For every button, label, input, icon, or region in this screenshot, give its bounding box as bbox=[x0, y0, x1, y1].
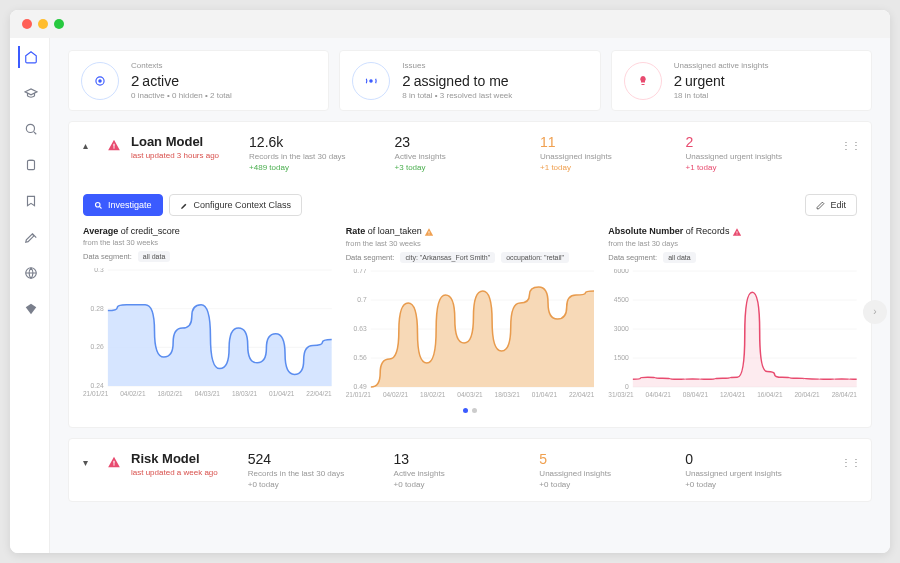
chart: Rate of loan_taken from the last 30 week… bbox=[346, 226, 595, 398]
svg-text:3000: 3000 bbox=[614, 325, 629, 332]
summary-card-issues: Issues 2 assigned to me 8 in total • 3 r… bbox=[339, 50, 600, 111]
chart: Average of credit_score from the last 30… bbox=[83, 226, 332, 398]
stat-label: Unassigned insights bbox=[539, 469, 685, 478]
nav-settings-icon[interactable] bbox=[18, 226, 40, 248]
stat-label: Records in the last 30 days bbox=[249, 152, 394, 161]
collapse-icon[interactable]: ▴ bbox=[83, 140, 97, 151]
stat-block: 11 Unassigned insights +1 today bbox=[540, 134, 685, 172]
svg-rect-1 bbox=[27, 160, 34, 169]
nav-clipboard-icon[interactable] bbox=[18, 154, 40, 176]
stat-value: 12.6k bbox=[249, 134, 394, 150]
stat-value: 524 bbox=[248, 451, 394, 467]
insights-sub: 18 in total bbox=[674, 91, 859, 100]
segment-chip: occupation: "retail" bbox=[501, 252, 569, 263]
contexts-label: Contexts bbox=[131, 61, 316, 70]
stat-delta: +3 today bbox=[395, 163, 540, 172]
chart-plot: 60004500300015000 bbox=[608, 269, 857, 389]
segment-chip: city: "Arkansas_Fort Smith" bbox=[400, 252, 495, 263]
window-close-dot[interactable] bbox=[22, 19, 32, 29]
window-minimize-dot[interactable] bbox=[38, 19, 48, 29]
model-panel-loan: ▴ Loan Model last updated 3 hours ago 12… bbox=[68, 121, 872, 428]
nav-education-icon[interactable] bbox=[18, 82, 40, 104]
contexts-ring-icon bbox=[81, 62, 119, 100]
summary-card-insights: Unassigned active insights 2 urgent 18 i… bbox=[611, 50, 872, 111]
chart-subtitle: from the last 30 weeks bbox=[346, 239, 595, 248]
stat-value: 23 bbox=[395, 134, 540, 150]
svg-text:0.26: 0.26 bbox=[91, 343, 104, 350]
nav-search-icon[interactable] bbox=[18, 118, 40, 140]
svg-text:0.7: 0.7 bbox=[357, 296, 367, 303]
svg-text:0: 0 bbox=[625, 383, 629, 389]
x-axis-labels: 31/03/2104/04/2108/04/2112/04/2116/04/21… bbox=[608, 391, 857, 398]
expand-icon[interactable]: ▾ bbox=[83, 457, 97, 468]
chart-plot: 0.770.70.630.560.49 bbox=[346, 269, 595, 389]
segment-label: Data segment: bbox=[346, 253, 395, 262]
stat-label: Active insights bbox=[395, 152, 540, 161]
svg-point-6 bbox=[96, 202, 101, 207]
contexts-value: 2 bbox=[131, 72, 139, 89]
investigate-button[interactable]: Investigate bbox=[83, 194, 163, 216]
svg-text:4500: 4500 bbox=[614, 296, 629, 303]
chart-plot: 0.30.280.260.24 bbox=[83, 268, 332, 388]
issues-sub: 8 in total • 3 resolved last week bbox=[402, 91, 587, 100]
segment-label: Data segment: bbox=[83, 252, 132, 261]
more-icon[interactable]: ⋮⋮ bbox=[841, 457, 857, 468]
chart-title: Average of credit_score bbox=[83, 226, 332, 236]
stat-delta: +489 today bbox=[249, 163, 394, 172]
svg-point-0 bbox=[26, 124, 34, 132]
segment-label: Data segment: bbox=[608, 253, 657, 262]
stat-label: Active insights bbox=[394, 469, 540, 478]
page-dot[interactable] bbox=[463, 408, 468, 413]
contexts-suffix: active bbox=[142, 73, 179, 89]
stat-delta: +1 today bbox=[686, 163, 831, 172]
svg-point-5 bbox=[370, 79, 372, 81]
stat-delta: +0 today bbox=[539, 480, 685, 489]
stat-value: 11 bbox=[540, 134, 685, 150]
svg-text:0.49: 0.49 bbox=[353, 383, 366, 389]
model-title: Loan Model bbox=[131, 134, 219, 149]
segment-chip: all data bbox=[138, 251, 171, 262]
nav-globe-icon[interactable] bbox=[18, 262, 40, 284]
stat-value: 13 bbox=[394, 451, 540, 467]
chart: Absolute Number of Records from the last… bbox=[608, 226, 857, 398]
svg-text:0.24: 0.24 bbox=[91, 382, 104, 388]
model-updated: last updated a week ago bbox=[131, 468, 218, 477]
insights-suffix: urgent bbox=[685, 73, 725, 89]
stat-delta: +1 today bbox=[540, 163, 685, 172]
svg-text:0.56: 0.56 bbox=[353, 354, 366, 361]
window-maximize-dot[interactable] bbox=[54, 19, 64, 29]
insights-ring-icon bbox=[624, 62, 662, 100]
svg-text:0.77: 0.77 bbox=[353, 269, 366, 274]
next-charts-button[interactable]: › bbox=[863, 300, 887, 324]
stat-delta: +0 today bbox=[248, 480, 394, 489]
stat-label: Unassigned insights bbox=[540, 152, 685, 161]
nav-home-icon[interactable] bbox=[18, 46, 40, 68]
chart-subtitle: from the last 30 days bbox=[608, 239, 857, 248]
issues-suffix: assigned to me bbox=[414, 73, 509, 89]
stat-delta: +0 today bbox=[685, 480, 831, 489]
page-dot[interactable] bbox=[472, 408, 477, 413]
insights-label: Unassigned active insights bbox=[674, 61, 859, 70]
svg-point-4 bbox=[99, 79, 101, 81]
window-titlebar bbox=[10, 10, 890, 38]
configure-button[interactable]: Configure Context Class bbox=[169, 194, 303, 216]
x-axis-labels: 21/01/2104/02/2118/02/2104/03/2118/03/21… bbox=[83, 390, 332, 397]
svg-text:0.3: 0.3 bbox=[94, 268, 104, 273]
more-icon[interactable]: ⋮⋮ bbox=[841, 140, 857, 151]
contexts-sub: 0 inactive • 0 hidden • 2 total bbox=[131, 91, 316, 100]
stat-label: Unassigned urgent insights bbox=[685, 469, 831, 478]
stat-value: 2 bbox=[686, 134, 831, 150]
stat-block: 2 Unassigned urgent insights +1 today bbox=[686, 134, 831, 172]
stat-block: 524 Records in the last 30 days +0 today bbox=[248, 451, 394, 489]
nav-bookmark-icon[interactable] bbox=[18, 190, 40, 212]
model-updated: last updated 3 hours ago bbox=[131, 151, 219, 160]
edit-button[interactable]: Edit bbox=[805, 194, 857, 216]
nav-diamond-icon[interactable] bbox=[18, 298, 40, 320]
stat-label: Records in the last 30 days bbox=[248, 469, 394, 478]
chart-subtitle: from the last 30 weeks bbox=[83, 238, 332, 247]
svg-text:0.28: 0.28 bbox=[91, 305, 104, 312]
stat-value: 0 bbox=[685, 451, 831, 467]
chart-title: Absolute Number of Records bbox=[608, 226, 857, 237]
stat-block: 13 Active insights +0 today bbox=[394, 451, 540, 489]
nav-sidebar bbox=[10, 38, 50, 553]
